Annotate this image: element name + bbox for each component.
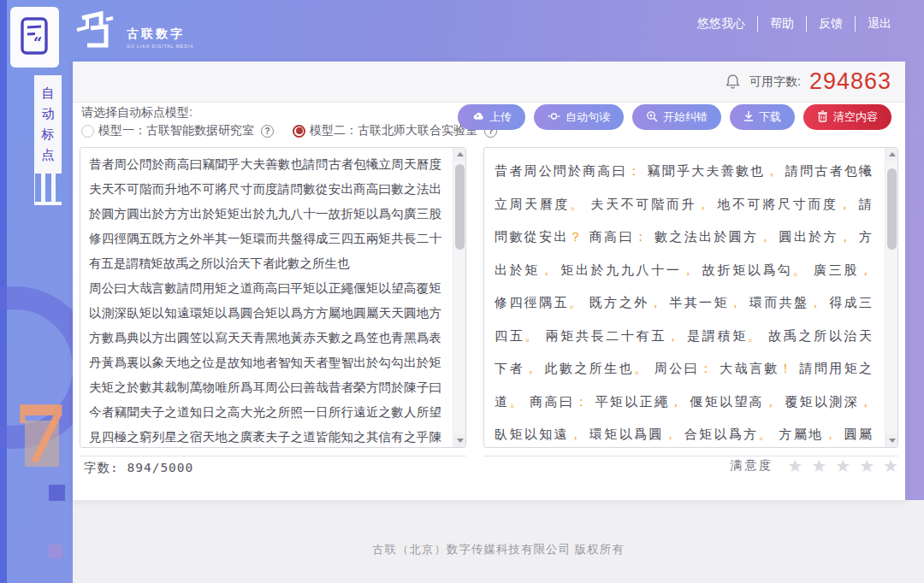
help-icon[interactable]: ? — [261, 125, 274, 138]
download-icon — [743, 110, 754, 124]
model-select-prompt: 请选择自动标点模型: — [81, 105, 192, 121]
nav-link-help[interactable]: 帮助 — [758, 16, 807, 32]
star-rating: ★★★★★ — [787, 457, 898, 474]
upload-button[interactable]: 上传 — [458, 104, 525, 130]
scrollbar-down-arrow[interactable] — [453, 434, 466, 447]
available-words-label: 可用字数: — [749, 74, 801, 90]
model-option-label: 模型一：古联智能数据研究室 — [98, 123, 254, 138]
char-count-label: 字数: 894/5000 — [84, 460, 193, 476]
sidebar-nav: 自动标点 — [34, 75, 62, 205]
result-text: 昔者周公問於商高曰： 竊聞乎大夫善數也， 請問古者包犧立周天曆度。 夫天不可階而… — [495, 155, 874, 448]
radio-button[interactable] — [81, 125, 94, 138]
brand-logo[interactable]: 古联数字 GU LIAN DIGITAL MEDIA — [75, 8, 194, 54]
credit-bar: 可用字数: 294863 — [73, 62, 905, 103]
scrollbar[interactable] — [453, 148, 465, 447]
copyright-text: 古联（北京）数字传媒科技有限公司 版权所有 — [372, 542, 625, 557]
source-textarea[interactable]: 昔者周公問於商高曰竊聞乎大夫善數也請問古者包犧立周天曆度夫天不可階而升地不可將尺… — [80, 147, 466, 448]
sidebar-logo-tab[interactable]: “ — [10, 7, 59, 68]
scrollbar-thumb[interactable] — [455, 164, 465, 250]
brand-name: 古联数字 — [127, 26, 194, 42]
purple-square-decoration — [49, 485, 65, 501]
model-option-label: 模型二：古联北师大联合实验室 — [310, 123, 477, 138]
scrollbar-up-arrow[interactable] — [453, 148, 466, 161]
radio-button[interactable] — [293, 125, 305, 138]
auto-punctuate-button[interactable]: 自动句读 — [534, 104, 624, 130]
star-icon[interactable]: ★ — [811, 457, 826, 474]
footer: 古联（北京）数字传媒科技有限公司 版权所有 — [73, 500, 924, 583]
tune-icon — [548, 111, 560, 124]
download-button[interactable]: 下载 — [730, 104, 795, 130]
result-panel: 昔者周公問於商高曰： 竊聞乎大夫善數也， 請問古者包犧立周天曆度。 夫天不可階而… — [483, 147, 898, 448]
satisfaction-label: 满意度 — [730, 458, 773, 474]
quote-mark-decoration: 7 — [14, 395, 68, 474]
star-icon[interactable]: ★ — [859, 457, 874, 474]
model-options: 模型一：古联智能数据研究室 ? 模型二：古联北师大联合实验室 ? — [81, 123, 497, 138]
sidebar-item-auto-punctuation[interactable]: 自动标点 — [41, 83, 55, 165]
action-toolbar: 上传 自动句读 开始纠错 下载 清空内容 — [458, 104, 891, 130]
star-icon[interactable]: ★ — [835, 457, 850, 474]
document-quote-icon: “ — [20, 16, 50, 59]
gulian-logo-icon — [75, 8, 120, 54]
notification-bell-icon[interactable] — [725, 74, 741, 90]
scrollbar-down-arrow[interactable] — [886, 434, 898, 447]
trash-icon — [817, 110, 828, 125]
clear-button[interactable]: 清空内容 — [803, 104, 891, 130]
lavender-square-decoration — [49, 545, 62, 558]
nav-link-feedback[interactable]: 反馈 — [807, 16, 856, 32]
cloud-upload-icon — [471, 111, 484, 124]
satisfaction-row: 满意度 ★★★★★ — [483, 457, 898, 474]
main-card: 可用字数: 294863 请选择自动标点模型: 模型一：古联智能数据研究室 ? … — [73, 62, 905, 500]
star-icon[interactable]: ★ — [883, 457, 898, 474]
source-paragraph: 周公曰大哉言數請問用矩之道商高曰平矩以正繩偃矩以望高覆矩以測深臥矩以知遠環矩以爲… — [89, 276, 441, 448]
app: { "header": { "brand": "古联数字", "tagline"… — [0, 0, 924, 583]
nav-link-logout[interactable]: 退出 — [856, 16, 903, 32]
error-check-button[interactable]: 开始纠错 — [632, 104, 721, 130]
star-icon[interactable]: ★ — [787, 457, 803, 474]
scrollbar-thumb[interactable] — [887, 168, 897, 250]
scrollbar-up-arrow[interactable] — [886, 148, 898, 161]
magnifier-icon — [646, 110, 658, 125]
available-words-count: 294863 — [809, 68, 891, 95]
source-paragraph: 昔者周公問於商高曰竊聞乎大夫善數也請問古者包犧立周天曆度夫天不可階而升地不可將尺… — [89, 152, 441, 276]
scrollbar[interactable] — [885, 148, 897, 447]
divider — [80, 456, 466, 456]
svg-text:“: “ — [33, 34, 42, 52]
brand-tagline: GU LIAN DIGITAL MEDIA — [127, 44, 194, 49]
model-option-1[interactable]: 模型一：古联智能数据研究室 ? — [81, 123, 274, 138]
top-nav: 悠悠我心 帮助 反馈 退出 — [685, 16, 903, 32]
nav-link-user[interactable]: 悠悠我心 — [685, 16, 758, 32]
bars-decoration — [35, 174, 62, 202]
